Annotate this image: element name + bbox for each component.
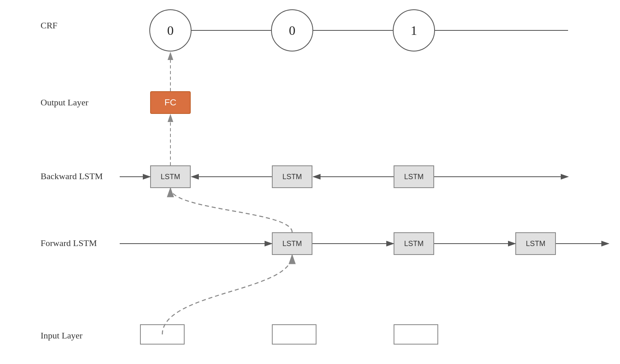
diagram-svg <box>0 0 620 364</box>
diagram-container: CRF Output Layer Backward LSTM Forward L… <box>0 0 620 364</box>
